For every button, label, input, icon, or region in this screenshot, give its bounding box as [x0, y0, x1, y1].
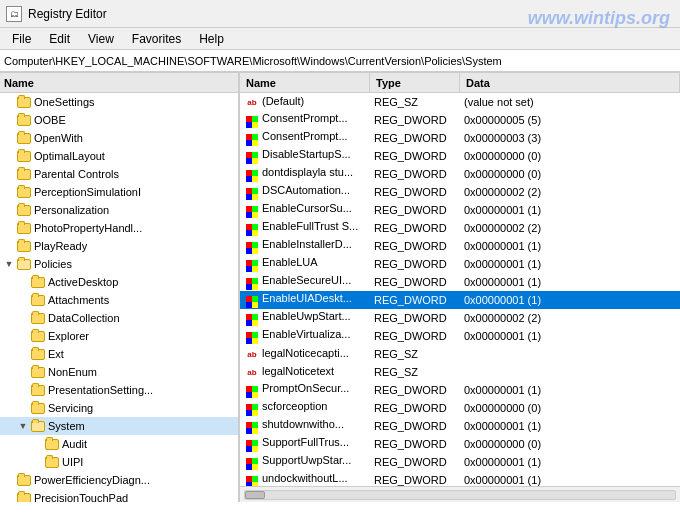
bottom-scrollbar[interactable] — [240, 486, 680, 502]
registry-row[interactable]: dontdisplayla stu...REG_DWORD0x00000000 … — [240, 165, 680, 183]
scrollbar-track[interactable] — [244, 490, 676, 500]
registry-row[interactable]: PromptOnSecur...REG_DWORD0x00000001 (1) — [240, 381, 680, 399]
address-path: Computer\HKEY_LOCAL_MACHINE\SOFTWARE\Mic… — [4, 55, 502, 67]
reg-cell-name: ablegalNoticetext — [240, 364, 370, 381]
tree-item[interactable]: OOBE — [0, 111, 238, 129]
reg-dword-icon — [244, 295, 260, 309]
reg-cell-data: 0x00000002 (2) — [460, 185, 680, 199]
folder-icon — [16, 185, 32, 199]
registry-row[interactable]: EnableCursorSu...REG_DWORD0x00000001 (1) — [240, 201, 680, 219]
registry-row[interactable]: SupportFullTrus...REG_DWORD0x00000000 (0… — [240, 435, 680, 453]
reg-cell-type: REG_DWORD — [370, 473, 460, 486]
tree-item[interactable]: Audit — [0, 435, 238, 453]
tree-item[interactable]: OneSettings — [0, 93, 238, 111]
tree-item[interactable]: ▼Policies — [0, 255, 238, 273]
reg-cell-name: SupportFullTrus... — [240, 435, 370, 454]
reg-cell-type: REG_DWORD — [370, 185, 460, 199]
tree-item[interactable]: ActiveDesktop — [0, 273, 238, 291]
reg-cell-type: REG_DWORD — [370, 221, 460, 235]
registry-row[interactable]: EnableVirtualiza...REG_DWORD0x00000001 (… — [240, 327, 680, 345]
menu-item-edit[interactable]: Edit — [41, 30, 78, 48]
folder-icon — [16, 239, 32, 253]
menu-item-help[interactable]: Help — [191, 30, 232, 48]
tree-item[interactable]: Personalization — [0, 201, 238, 219]
menu-item-file[interactable]: File — [4, 30, 39, 48]
registry-row[interactable]: EnableInstallerD...REG_DWORD0x00000001 (… — [240, 237, 680, 255]
reg-cell-data: 0x00000005 (5) — [460, 113, 680, 127]
reg-cell-data: 0x00000001 (1) — [460, 473, 680, 486]
registry-row[interactable]: ConsentPrompt...REG_DWORD0x00000003 (3) — [240, 129, 680, 147]
tree-item-label: PhotoPropertyHandl... — [34, 222, 142, 234]
folder-icon — [16, 221, 32, 235]
registry-row[interactable]: SupportUwpStar...REG_DWORD0x00000001 (1) — [240, 453, 680, 471]
tree-item[interactable]: NonEnum — [0, 363, 238, 381]
tree-item[interactable]: Parental Controls — [0, 165, 238, 183]
registry-row[interactable]: ablegalNoticetextREG_SZ — [240, 363, 680, 381]
reg-dword-icon — [244, 331, 260, 345]
menu-item-view[interactable]: View — [80, 30, 122, 48]
title-bar: 🗂 Registry Editor www.wintips.org — [0, 0, 680, 28]
tree-item[interactable]: ▼System — [0, 417, 238, 435]
reg-cell-type: REG_SZ — [370, 95, 460, 109]
tree-item-label: UIPI — [62, 456, 83, 468]
reg-name-text: DSCAutomation... — [262, 184, 350, 196]
reg-cell-data: 0x00000002 (2) — [460, 221, 680, 235]
reg-name-text: (Default) — [262, 95, 304, 107]
tree-header: Name — [0, 73, 238, 93]
registry-row[interactable]: undockwithoutL...REG_DWORD0x00000001 (1) — [240, 471, 680, 486]
registry-row[interactable]: EnableFullTrust S...REG_DWORD0x00000002 … — [240, 219, 680, 237]
tree-item[interactable]: Ext — [0, 345, 238, 363]
tree-item[interactable]: PowerEfficiencyDiagn... — [0, 471, 238, 489]
tree-item[interactable]: Servicing — [0, 399, 238, 417]
reg-cell-name: scforceoption — [240, 399, 370, 418]
menu-bar: FileEditViewFavoritesHelp — [0, 28, 680, 50]
reg-cell-type: REG_DWORD — [370, 275, 460, 289]
reg-cell-type: REG_DWORD — [370, 293, 460, 307]
registry-list[interactable]: ab(Default)REG_SZ(value not set)ConsentP… — [240, 93, 680, 486]
registry-row[interactable]: ab(Default)REG_SZ(value not set) — [240, 93, 680, 111]
tree-toggle[interactable]: ▼ — [2, 259, 16, 269]
menu-item-favorites[interactable]: Favorites — [124, 30, 189, 48]
reg-cell-name: DisableStartupS... — [240, 147, 370, 166]
reg-cell-data: 0x00000000 (0) — [460, 167, 680, 181]
reg-dword-icon — [244, 277, 260, 291]
registry-row[interactable]: EnableUIADeskt...REG_DWORD0x00000001 (1) — [240, 291, 680, 309]
registry-row[interactable]: ConsentPrompt...REG_DWORD0x00000005 (5) — [240, 111, 680, 129]
reg-cell-name: PromptOnSecur... — [240, 381, 370, 400]
tree-content[interactable]: OneSettings OOBE OpenWith OptimalLayout … — [0, 93, 238, 502]
folder-icon — [30, 329, 46, 343]
tree-item[interactable]: PhotoPropertyHandl... — [0, 219, 238, 237]
reg-cell-type: REG_SZ — [370, 347, 460, 361]
tree-item-label: NonEnum — [48, 366, 97, 378]
registry-row[interactable]: EnableSecureUI...REG_DWORD0x00000001 (1) — [240, 273, 680, 291]
registry-row[interactable]: scforceoptionREG_DWORD0x00000000 (0) — [240, 399, 680, 417]
tree-item[interactable]: PresentationSetting... — [0, 381, 238, 399]
tree-item-label: Ext — [48, 348, 64, 360]
registry-row[interactable]: EnableUwpStart...REG_DWORD0x00000002 (2) — [240, 309, 680, 327]
reg-name-text: ConsentPrompt... — [262, 130, 348, 142]
tree-item[interactable]: DataCollection — [0, 309, 238, 327]
tree-item[interactable]: PrecisionTouchPad — [0, 489, 238, 502]
reg-name-text: EnableCursorSu... — [262, 202, 352, 214]
reg-dword-icon — [244, 259, 260, 273]
tree-item[interactable]: Explorer — [0, 327, 238, 345]
tree-item[interactable]: UIPI — [0, 453, 238, 471]
scrollbar-thumb[interactable] — [245, 491, 265, 499]
tree-item-label: System — [48, 420, 85, 432]
tree-item[interactable]: OpenWith — [0, 129, 238, 147]
tree-item[interactable]: OptimalLayout — [0, 147, 238, 165]
tree-toggle[interactable]: ▼ — [16, 421, 30, 431]
reg-dword-icon — [244, 151, 260, 165]
tree-item[interactable]: PlayReady — [0, 237, 238, 255]
registry-row[interactable]: shutdownwitho...REG_DWORD0x00000001 (1) — [240, 417, 680, 435]
tree-item[interactable]: PerceptionSimulationI — [0, 183, 238, 201]
reg-cell-data — [460, 371, 680, 373]
registry-row[interactable]: DisableStartupS...REG_DWORD0x00000000 (0… — [240, 147, 680, 165]
folder-icon — [16, 131, 32, 145]
registry-row[interactable]: DSCAutomation...REG_DWORD0x00000002 (2) — [240, 183, 680, 201]
reg-cell-data — [460, 353, 680, 355]
registry-row[interactable]: EnableLUAREG_DWORD0x00000001 (1) — [240, 255, 680, 273]
registry-row[interactable]: ablegalNoticecapti...REG_SZ — [240, 345, 680, 363]
tree-item[interactable]: Attachments — [0, 291, 238, 309]
reg-name-text: EnableFullTrust S... — [262, 220, 358, 232]
